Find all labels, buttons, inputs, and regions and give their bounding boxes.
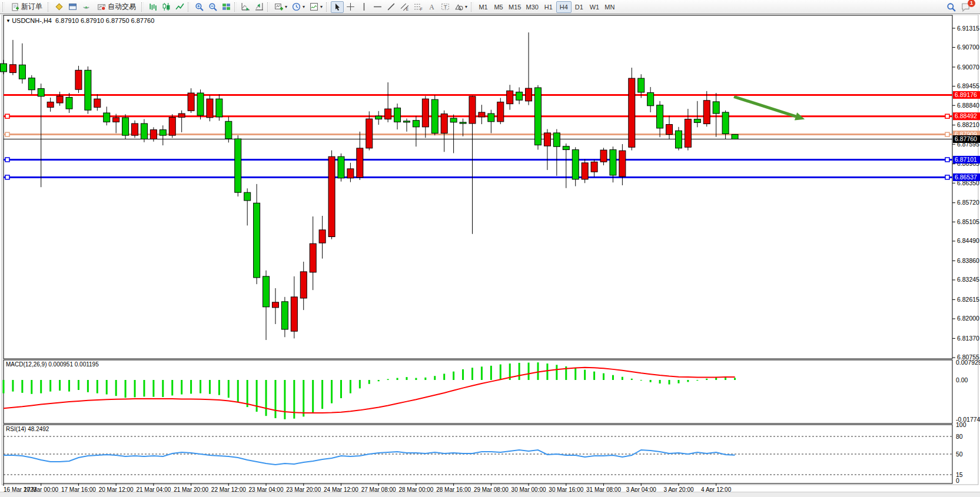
candlestick bbox=[713, 102, 719, 114]
macd-histogram-bar bbox=[97, 380, 98, 393]
macd-histogram-bar bbox=[378, 380, 380, 381]
line-chart-icon bbox=[175, 2, 184, 11]
timeframe-button-m30[interactable]: M30 bbox=[523, 1, 540, 13]
shapes-dropdown[interactable]: ▾ bbox=[452, 1, 470, 13]
autotrading-button[interactable]: 自动交易 bbox=[93, 1, 140, 13]
toolbar-grip[interactable] bbox=[2, 2, 5, 12]
candlestick bbox=[272, 302, 278, 308]
price-axis-tick-label: 6.84490 bbox=[957, 237, 979, 244]
line-endpoint-handle[interactable] bbox=[945, 175, 949, 179]
channel-tool-button[interactable]: E bbox=[398, 1, 411, 13]
crosshair-tool-button[interactable] bbox=[344, 1, 357, 13]
bar-chart-button[interactable] bbox=[146, 1, 160, 13]
macd-histogram-bar bbox=[340, 380, 342, 398]
timeframe-button-m1[interactable]: M1 bbox=[476, 1, 491, 13]
toolbar-grip[interactable] bbox=[141, 2, 144, 12]
macd-histogram-bar bbox=[115, 380, 117, 396]
ohlc-values: 6.87910 6.87910 6.87750 6.87760 bbox=[55, 17, 154, 24]
line-chart-button[interactable] bbox=[173, 1, 187, 13]
toolbar-grip[interactable] bbox=[48, 2, 50, 12]
search-button[interactable] bbox=[944, 1, 958, 13]
timeframe-button-m5[interactable]: M5 bbox=[491, 1, 506, 13]
candlestick bbox=[431, 99, 438, 133]
candlestick-chart-icon bbox=[162, 2, 171, 11]
price-line-label: 6.89176 bbox=[955, 91, 977, 98]
macd-histogram-bar bbox=[218, 380, 220, 395]
macd-histogram-bar bbox=[59, 380, 61, 391]
candlestick bbox=[38, 89, 44, 96]
timeframe-button-mn[interactable]: MN bbox=[602, 1, 617, 13]
crosshair-icon bbox=[346, 2, 355, 11]
trendline-icon bbox=[387, 2, 396, 11]
timeframe-button-h4[interactable]: H4 bbox=[556, 1, 572, 13]
svg-text:T: T bbox=[444, 4, 447, 10]
indicators-dropdown[interactable]: ▾ bbox=[307, 1, 325, 13]
tile-windows-icon bbox=[222, 2, 231, 11]
candlestick bbox=[178, 114, 185, 117]
collapse-triangle-icon[interactable]: ▼ bbox=[6, 18, 12, 24]
toolbar-grip[interactable] bbox=[471, 2, 473, 12]
candlestick bbox=[94, 99, 101, 107]
macd-histogram-bar bbox=[237, 380, 239, 402]
new-order-button[interactable]: 新订单 bbox=[7, 1, 46, 13]
macd-histogram-bar bbox=[612, 375, 614, 380]
macd-histogram-bar bbox=[424, 378, 426, 380]
macd-histogram-bar bbox=[584, 370, 586, 380]
candlestick bbox=[310, 244, 316, 272]
macd-histogram-bar bbox=[256, 380, 258, 412]
macd-histogram-bar bbox=[12, 380, 14, 392]
notifications-button[interactable]: 1 bbox=[958, 1, 973, 13]
rsi-axis-label: 80 bbox=[956, 433, 963, 440]
horizontal-line-tool-button[interactable] bbox=[371, 1, 384, 13]
line-endpoint-handle[interactable] bbox=[945, 132, 949, 136]
line-endpoint-handle[interactable] bbox=[945, 158, 949, 162]
terminal-window-button[interactable] bbox=[66, 1, 79, 13]
vertical-line-tool-button[interactable] bbox=[357, 1, 371, 13]
trendline-tool-button[interactable] bbox=[384, 1, 398, 13]
search-icon bbox=[946, 2, 956, 12]
toolbar-grip[interactable] bbox=[234, 2, 237, 12]
chart-shift-button[interactable] bbox=[253, 1, 266, 13]
label-tool-button[interactable]: T bbox=[438, 1, 452, 13]
price-axis-tick-label: 6.91315 bbox=[957, 25, 979, 32]
text-tool-button[interactable]: A bbox=[425, 1, 438, 13]
candlestick-chart-button[interactable] bbox=[160, 1, 173, 13]
line-endpoint-handle[interactable] bbox=[5, 114, 9, 118]
timeframe-button-d1[interactable]: D1 bbox=[572, 1, 587, 13]
toolbar-grip[interactable] bbox=[188, 2, 190, 12]
fibonacci-tool-button[interactable]: F bbox=[411, 1, 425, 13]
candlestick bbox=[263, 276, 270, 307]
toolbar-grip[interactable] bbox=[326, 2, 328, 12]
candlestick bbox=[225, 121, 232, 139]
charts-profile-button[interactable] bbox=[52, 1, 66, 13]
macd-histogram-bar bbox=[631, 379, 633, 380]
candlestick bbox=[638, 78, 645, 92]
candlestick bbox=[469, 96, 476, 124]
main-price-panel[interactable] bbox=[4, 15, 952, 359]
line-endpoint-handle[interactable] bbox=[5, 158, 9, 162]
auto-scroll-button[interactable] bbox=[239, 1, 253, 13]
period-dropdown[interactable]: ▾ bbox=[290, 1, 307, 13]
tile-windows-button[interactable] bbox=[220, 1, 233, 13]
macd-histogram-bar bbox=[519, 363, 520, 380]
candlestick bbox=[441, 114, 447, 134]
candlestick bbox=[553, 133, 560, 146]
candlestick bbox=[460, 122, 466, 124]
price-axis-tick-label: 6.83245 bbox=[957, 276, 979, 283]
svg-text:E: E bbox=[406, 7, 408, 11]
line-endpoint-handle[interactable] bbox=[5, 132, 9, 136]
timeframe-button-m15[interactable]: M15 bbox=[506, 1, 523, 13]
toolbar-grip[interactable] bbox=[267, 2, 270, 12]
price-axis-tick-label: 6.82000 bbox=[957, 315, 979, 322]
signals-button[interactable] bbox=[79, 1, 93, 13]
new-chart-dropdown[interactable]: ▾ bbox=[272, 1, 290, 13]
line-endpoint-handle[interactable] bbox=[5, 175, 9, 179]
timeframe-button-h1[interactable]: H1 bbox=[541, 1, 556, 13]
cursor-tool-button[interactable] bbox=[331, 1, 344, 13]
timeframe-button-w1[interactable]: W1 bbox=[587, 1, 602, 13]
macd-histogram-bar bbox=[68, 380, 70, 392]
macd-panel[interactable] bbox=[4, 360, 952, 423]
line-endpoint-handle[interactable] bbox=[945, 114, 949, 118]
zoom-out-button[interactable] bbox=[206, 1, 220, 13]
zoom-in-button[interactable] bbox=[192, 1, 206, 13]
